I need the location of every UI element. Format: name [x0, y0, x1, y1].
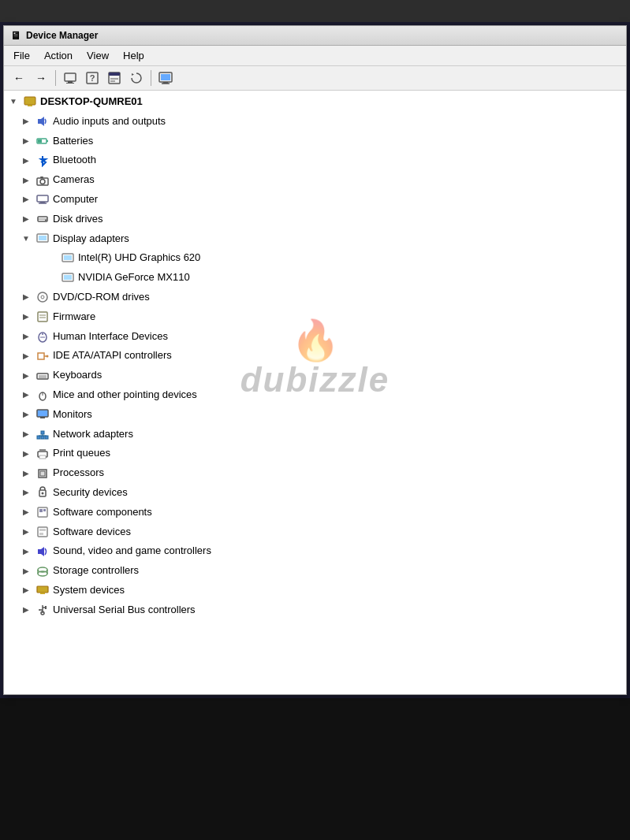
- computer-expand: ▶: [20, 193, 32, 206]
- ide-expand: ▶: [20, 350, 32, 362]
- tree-item-processors[interactable]: ▶ Processors: [4, 463, 626, 483]
- tree-root[interactable]: ▼ DESKTOP-QUMRE01: [4, 92, 626, 112]
- tree-item-dvd[interactable]: ▶ DVD/CD-ROM drives: [4, 288, 626, 307]
- tree-item-storage[interactable]: ▶ Storage controllers: [4, 561, 626, 581]
- svg-rect-56: [45, 436, 48, 439]
- svg-rect-0: [65, 73, 76, 81]
- processors-expand: ▶: [20, 467, 32, 480]
- tree-item-sound[interactable]: ▶ Sound, video and game controllers: [4, 541, 626, 561]
- svg-rect-15: [28, 105, 32, 106]
- menu-file[interactable]: File: [7, 47, 36, 64]
- tree-item-audio[interactable]: ▶ Audio inputs and outputs: [4, 112, 626, 132]
- tree-item-ide[interactable]: ▶ IDE ATA/ATAPI controllers: [4, 346, 626, 366]
- tree-item-network[interactable]: ▶ Network adapters: [4, 425, 626, 444]
- batteries-label: Batteries: [53, 133, 93, 150]
- network-label: Network adapters: [53, 426, 133, 443]
- menu-help[interactable]: Help: [117, 47, 151, 64]
- tree-item-sw-components[interactable]: ▶ Software components: [4, 503, 626, 522]
- root-label: DESKTOP-QUMRE01: [40, 94, 143, 110]
- menu-action[interactable]: Action: [38, 47, 79, 64]
- print-label: Print queues: [53, 445, 110, 462]
- tree-item-print[interactable]: ▶ Print queues: [4, 444, 626, 463]
- tree-item-sw-devices[interactable]: ▶ Software devices: [4, 522, 626, 542]
- svg-text:?: ?: [90, 73, 95, 83]
- cameras-expand: ▶: [20, 174, 32, 187]
- audio-icon: [35, 114, 50, 128]
- svg-rect-23: [40, 177, 43, 178]
- sw-devices-icon: [35, 525, 50, 539]
- menu-bar: File Action View Help: [4, 46, 626, 66]
- tree-item-keyboards[interactable]: ▶ Keyboards: [4, 366, 626, 385]
- svg-point-87: [39, 609, 40, 611]
- tree-item-computer[interactable]: ▶ Computer: [4, 190, 626, 210]
- sound-label: Sound, video and game controllers: [53, 543, 211, 559]
- svg-rect-31: [39, 236, 47, 240]
- tree-item-hid[interactable]: ▶ Human Interface Devices: [4, 327, 626, 347]
- tree-item-security[interactable]: ▶ Security devices: [4, 483, 626, 503]
- tree-item-intel-gpu[interactable]: ▶ Intel(R) UHD Graphics 620: [4, 248, 626, 268]
- intel-gpu-icon: [61, 251, 75, 266]
- computer-button[interactable]: [60, 69, 80, 87]
- firmware-icon: [35, 310, 50, 324]
- tree-item-system[interactable]: ▶ System devices: [4, 581, 626, 600]
- tree-item-firmware[interactable]: ▶ Firmware: [4, 307, 626, 327]
- menu-view[interactable]: View: [80, 47, 115, 64]
- svg-rect-19: [47, 140, 48, 142]
- dvd-icon: [35, 290, 50, 304]
- top-bar-spacer: [6, 6, 9, 17]
- toolbar: ← → ?: [4, 66, 626, 91]
- tree-item-nvidia-gpu[interactable]: ▶ NVIDIA GeForce MX110: [4, 268, 626, 288]
- display-label: Display adapters: [53, 231, 129, 247]
- svg-rect-85: [45, 606, 47, 609]
- monitors-label: Monitors: [53, 407, 92, 423]
- tree-view[interactable]: ▼ DESKTOP-QUMRE01 ▶ Audio inputs and out…: [4, 91, 626, 694]
- svg-marker-17: [41, 117, 44, 126]
- tree-item-batteries[interactable]: ▶ Batteries: [4, 132, 626, 151]
- device-manager-window: 🖥 Device Manager File Action View Help ←…: [3, 25, 627, 695]
- tree-item-usb[interactable]: ▶ Universal Serial Bus controllers: [4, 600, 626, 620]
- print-expand: ▶: [20, 448, 32, 460]
- tree-item-cameras[interactable]: ▶ Cameras: [4, 170, 626, 190]
- window-title: Device Manager: [26, 30, 98, 41]
- tree-item-mice[interactable]: ▶ Mice and other pointing devices: [4, 385, 626, 405]
- help-button[interactable]: ?: [82, 69, 103, 87]
- batteries-expand: ▶: [20, 135, 32, 147]
- sw-dev-expand: ▶: [20, 526, 32, 538]
- tree-item-monitors[interactable]: ▶ Monitors: [4, 405, 626, 425]
- sw-components-label: Software components: [53, 504, 152, 521]
- monitors-expand: ▶: [20, 408, 32, 421]
- svg-rect-33: [64, 255, 72, 260]
- forward-button[interactable]: →: [31, 69, 51, 87]
- help-icon: ?: [85, 71, 99, 85]
- svg-rect-80: [37, 586, 48, 593]
- update-icon: [129, 71, 144, 85]
- mice-label: Mice and other pointing devices: [53, 387, 197, 403]
- svg-rect-63: [39, 455, 46, 459]
- tree-item-display[interactable]: ▼ Display adapters: [4, 229, 626, 249]
- system-expand: ▶: [20, 584, 32, 597]
- svg-rect-20: [38, 139, 42, 143]
- sw-comp-expand: ▶: [20, 506, 32, 518]
- tree-item-bluetooth[interactable]: ▶ Bluetooth: [4, 151, 626, 170]
- svg-point-42: [42, 333, 43, 335]
- nvidia-gpu-icon: [61, 271, 75, 285]
- monitor-button[interactable]: [155, 69, 176, 87]
- toolbar-sep-2: [151, 70, 151, 86]
- back-button[interactable]: ←: [9, 69, 29, 87]
- sw-devices-label: Software devices: [53, 524, 131, 541]
- usb-icon: [35, 603, 50, 617]
- network-icon: [35, 427, 50, 441]
- security-icon: [35, 485, 50, 500]
- svg-point-37: [41, 295, 44, 299]
- properties-button[interactable]: [104, 69, 125, 87]
- update-button[interactable]: [126, 69, 147, 87]
- bluetooth-label: Bluetooth: [53, 152, 96, 169]
- svg-rect-6: [109, 72, 120, 76]
- hid-icon: [35, 329, 50, 344]
- svg-rect-54: [37, 436, 40, 439]
- tree-item-disk[interactable]: ▶ Disk drives: [4, 210, 626, 229]
- properties-icon: [107, 71, 121, 85]
- disk-icon: [35, 212, 50, 226]
- svg-rect-44: [38, 353, 44, 359]
- storage-icon: [35, 564, 50, 578]
